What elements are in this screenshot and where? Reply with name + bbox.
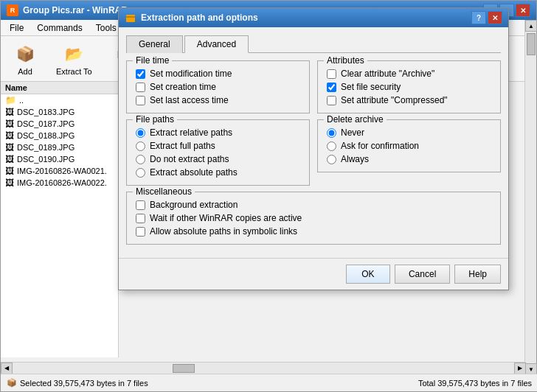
tab-general[interactable]: General — [126, 35, 183, 53]
set-file-security-label: Set file security — [341, 82, 401, 92]
set-creation-time-item: Set creation time — [136, 80, 300, 94]
ask-confirmation-item: Ask for confirmation — [327, 139, 491, 153]
delete-archive-title: Delete archive — [324, 114, 387, 125]
never-label: Never — [341, 127, 364, 138]
extract-absolute-paths-radio[interactable] — [136, 168, 145, 178]
do-not-extract-paths-label: Do not extract paths — [150, 154, 229, 164]
set-compressed-checkbox[interactable] — [327, 96, 336, 105]
wait-other-copies-label: Wait if other WinRAR copies are active — [150, 213, 302, 223]
always-label: Always — [341, 154, 369, 164]
never-radio[interactable] — [327, 128, 336, 138]
clear-archive-item: Clear attribute "Archive" — [327, 67, 491, 80]
delete-archive-group: Delete archive Never Ask for confirmatio… — [317, 119, 501, 172]
do-not-extract-paths-radio[interactable] — [136, 155, 145, 164]
attributes-title: Attributes — [324, 55, 367, 66]
ok-button[interactable]: OK — [346, 265, 390, 284]
set-file-security-item: Set file security — [327, 80, 491, 94]
extract-full-paths-item: Extract full paths — [136, 139, 300, 153]
extract-relative-paths-item: Extract relative paths — [136, 126, 300, 139]
set-file-security-checkbox[interactable] — [327, 83, 336, 92]
extract-absolute-paths-item: Extract absolute paths — [136, 166, 300, 179]
set-last-access-time-checkbox[interactable] — [136, 96, 145, 105]
dialog-overlay: Extraction path and options ? ✕ General … — [0, 0, 537, 392]
extract-absolute-paths-label: Extract absolute paths — [150, 167, 238, 178]
allow-absolute-paths-label: Allow absolute paths in symbolic links — [150, 226, 297, 237]
extract-full-paths-radio[interactable] — [136, 141, 145, 151]
set-compressed-item: Set attribute "Compressed" — [327, 94, 491, 107]
set-last-access-time-item: Set last access time — [136, 94, 300, 107]
clear-archive-label: Clear attribute "Archive" — [341, 69, 434, 79]
allow-absolute-paths-checkbox[interactable] — [136, 227, 145, 237]
background-extraction-label: Background extraction — [150, 200, 238, 210]
set-modification-time-checkbox[interactable] — [136, 69, 145, 79]
extract-relative-paths-label: Extract relative paths — [150, 127, 232, 138]
set-last-access-time-label: Set last access time — [150, 95, 229, 105]
do-not-extract-paths-item: Do not extract paths — [136, 153, 300, 166]
wait-other-copies-checkbox[interactable] — [136, 214, 145, 223]
miscellaneous-title: Miscellaneous — [133, 186, 195, 197]
clear-archive-checkbox[interactable] — [327, 69, 336, 79]
svg-rect-0 — [126, 15, 135, 22]
always-item: Always — [327, 153, 491, 166]
dialog-close-button[interactable]: ✕ — [488, 11, 502, 24]
set-compressed-label: Set attribute "Compressed" — [341, 95, 448, 105]
extraction-dialog: Extraction path and options ? ✕ General … — [118, 7, 509, 290]
file-paths-title: File paths — [133, 114, 177, 125]
extract-relative-paths-radio[interactable] — [136, 128, 145, 138]
always-radio[interactable] — [327, 155, 336, 164]
file-time-group: File time Set modification time Set crea… — [126, 60, 310, 113]
ask-confirmation-label: Ask for confirmation — [341, 141, 419, 151]
background-extraction-item: Background extraction — [136, 198, 491, 211]
miscellaneous-group: Miscellaneous Background extraction Wait… — [126, 192, 501, 245]
wait-other-copies-item: Wait if other WinRAR copies are active — [136, 211, 491, 225]
left-column: File time Set modification time Set crea… — [126, 60, 310, 192]
ask-confirmation-radio[interactable] — [327, 141, 336, 151]
dialog-content: General Advanced File time Set modificat… — [119, 27, 508, 258]
dialog-tabs: General Advanced — [126, 35, 501, 53]
set-creation-time-label: Set creation time — [150, 82, 216, 92]
svg-rect-1 — [126, 16, 135, 18]
right-column: Attributes Clear attribute "Archive" Set… — [317, 60, 501, 192]
background-extraction-checkbox[interactable] — [136, 200, 145, 210]
dialog-title: Extraction path and options — [141, 13, 258, 23]
dialog-titlebar-controls: ? ✕ — [471, 11, 502, 24]
dialog-help-button[interactable]: ? — [471, 11, 486, 24]
set-modification-time-label: Set modification time — [150, 69, 232, 79]
cancel-button[interactable]: Cancel — [395, 265, 450, 284]
dialog-footer: OK Cancel Help — [119, 258, 508, 290]
never-item: Never — [327, 126, 491, 139]
extract-full-paths-label: Extract full paths — [150, 141, 215, 151]
dialog-icon — [125, 12, 136, 24]
set-modification-time-item: Set modification time — [136, 67, 300, 80]
set-creation-time-checkbox[interactable] — [136, 83, 145, 92]
file-paths-group: File paths Extract relative paths Extrac… — [126, 119, 310, 186]
allow-absolute-paths-item: Allow absolute paths in symbolic links — [136, 225, 491, 238]
help-button[interactable]: Help — [454, 265, 501, 284]
file-time-title: File time — [133, 55, 172, 66]
tab-advanced[interactable]: Advanced — [184, 35, 249, 53]
dialog-columns: File time Set modification time Set crea… — [126, 60, 501, 192]
attributes-group: Attributes Clear attribute "Archive" Set… — [317, 60, 501, 113]
dialog-titlebar: Extraction path and options ? ✕ — [119, 8, 508, 27]
